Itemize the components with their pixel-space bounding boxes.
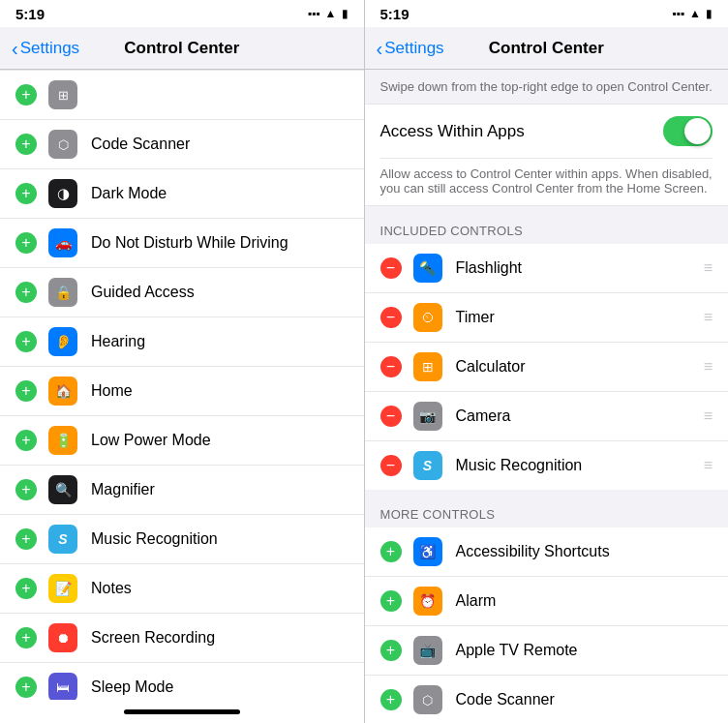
drag-handle-camera[interactable]: ≡ [704, 407, 713, 425]
add-button[interactable]: + [15, 578, 37, 599]
add-button[interactable]: + [15, 677, 37, 698]
item-icon: 🔍 [48, 475, 77, 504]
list-item[interactable]: + 🔍 Magnifier [0, 466, 364, 515]
drag-handle-timer[interactable]: ≡ [704, 309, 713, 326]
item-label: Low Power Mode [91, 432, 349, 449]
add-button[interactable]: + [15, 84, 37, 105]
remove-button-timer[interactable]: − [380, 307, 402, 328]
right-back-label: Settings [384, 39, 443, 58]
more-item-apple-tv[interactable]: + 📺 Apple TV Remote [365, 626, 729, 676]
right-scroll[interactable]: INCLUDED CONTROLS − 🔦 Flashlight ≡ − ⏲ T… [365, 206, 729, 723]
add-button[interactable]: + [15, 331, 37, 352]
item-icon: ◑ [48, 179, 77, 208]
more-item-code-scanner[interactable]: + ⬡ Code Scanner [365, 676, 729, 723]
right-signal-icon: ▪▪▪ [672, 7, 684, 20]
add-button[interactable]: + [15, 380, 37, 402]
included-controls-header: INCLUDED CONTROLS [365, 206, 729, 244]
alarm-icon: ⏰ [413, 587, 442, 616]
calculator-icon: ⊞ [413, 352, 442, 381]
flashlight-icon: 🔦 [413, 254, 442, 283]
remove-button-calculator[interactable]: − [380, 356, 402, 377]
add-button[interactable]: + [15, 627, 37, 648]
signal-icon: ▪▪▪ [308, 7, 320, 20]
right-back-chevron-icon: ‹ [377, 39, 383, 58]
add-button[interactable]: + [15, 479, 37, 500]
remove-button-camera[interactable]: − [380, 406, 402, 427]
add-button-alarm[interactable]: + [380, 590, 402, 612]
item-label: Sleep Mode [91, 678, 349, 696]
add-button-accessibility[interactable]: + [380, 541, 402, 562]
list-item[interactable]: + 🚗 Do Not Disturb While Driving [0, 219, 364, 268]
list-item[interactable]: + ⬡ Code Scanner [0, 120, 364, 169]
included-item-music-recognition[interactable]: − S Music Recognition ≡ [365, 441, 729, 490]
left-back-button[interactable]: ‹ Settings [12, 39, 79, 58]
list-item[interactable]: + 🔒 Guided Access [0, 268, 364, 317]
item-label: Music Recognition [91, 530, 349, 548]
music-recognition-icon: S [413, 451, 442, 480]
list-item[interactable]: + 🏠 Home [0, 367, 364, 416]
battery-icon: ▮ [342, 7, 349, 20]
more-controls-list: + ♿ Accessibility Shortcuts + ⏰ Alarm + … [365, 527, 729, 723]
included-item-timer[interactable]: − ⏲ Timer ≡ [365, 293, 729, 343]
accessibility-icon: ♿ [413, 537, 442, 566]
add-button[interactable]: + [15, 430, 37, 451]
list-item[interactable]: + S Music Recognition [0, 515, 364, 564]
item-icon: ⬡ [48, 130, 77, 159]
list-item[interactable]: + 🛏 Sleep Mode [0, 663, 364, 700]
left-list[interactable]: + ⊞ + ⬡ Code Scanner + ◑ Dark Mode + 🚗 D… [0, 70, 364, 700]
item-icon: 🔋 [48, 426, 77, 455]
included-item-camera[interactable]: − 📷 Camera ≡ [365, 392, 729, 441]
info-banner: Swipe down from the top-right edge to op… [365, 70, 729, 105]
more-item-accessibility[interactable]: + ♿ Accessibility Shortcuts [365, 527, 729, 577]
music-recognition-label: Music Recognition [456, 457, 704, 474]
item-label: Code Scanner [91, 136, 349, 153]
drag-handle-calculator[interactable]: ≡ [704, 358, 713, 376]
timer-label: Timer [456, 309, 704, 326]
add-button[interactable]: + [15, 282, 37, 303]
add-button[interactable]: + [15, 232, 37, 254]
item-icon: 👂 [48, 327, 77, 356]
included-item-flashlight[interactable]: − 🔦 Flashlight ≡ [365, 244, 729, 293]
left-back-label: Settings [20, 39, 79, 58]
right-nav-title: Control Center [489, 39, 604, 58]
add-button-code-scanner[interactable]: + [380, 689, 402, 710]
left-home-indicator [0, 700, 364, 723]
item-label: Guided Access [91, 284, 349, 301]
item-label: Magnifier [91, 481, 349, 498]
list-item[interactable]: + 👂 Hearing [0, 317, 364, 367]
add-button[interactable]: + [15, 134, 37, 155]
apple-tv-icon: 📺 [413, 636, 442, 665]
add-button[interactable]: + [15, 183, 37, 204]
drag-handle-flashlight[interactable]: ≡ [704, 259, 713, 277]
right-status-time: 5:19 [380, 6, 410, 22]
included-item-calculator[interactable]: − ⊞ Calculator ≡ [365, 343, 729, 392]
drag-handle-music[interactable]: ≡ [704, 457, 713, 474]
access-within-apps-note: Allow access to Control Center within ap… [380, 159, 713, 205]
left-nav-title: Control Center [124, 39, 239, 58]
remove-button-flashlight[interactable]: − [380, 257, 402, 279]
list-item[interactable]: + 🔋 Low Power Mode [0, 416, 364, 466]
code-scanner-icon: ⬡ [413, 685, 442, 714]
more-item-alarm[interactable]: + ⏰ Alarm [365, 577, 729, 626]
left-home-bar [124, 709, 240, 714]
left-status-icons: ▪▪▪ ▲ ▮ [308, 7, 349, 20]
add-button-apple-tv[interactable]: + [380, 640, 402, 661]
item-icon: 🛏 [48, 673, 77, 700]
flashlight-label: Flashlight [456, 259, 704, 277]
item-label: Hearing [91, 333, 349, 350]
list-item[interactable]: + 📝 Notes [0, 564, 364, 614]
right-back-button[interactable]: ‹ Settings [377, 39, 444, 58]
camera-icon: 📷 [413, 402, 442, 431]
list-item[interactable]: + ◑ Dark Mode [0, 169, 364, 219]
access-within-apps-toggle[interactable] [663, 116, 713, 146]
add-button[interactable]: + [15, 528, 37, 550]
item-label: Do Not Disturb While Driving [91, 234, 349, 252]
left-nav-bar: ‹ Settings Control Center [0, 27, 364, 70]
remove-button-music-recognition[interactable]: − [380, 455, 402, 476]
right-panel: 5:19 ▪▪▪ ▲ ▮ ‹ Settings Control Center S… [365, 0, 729, 723]
list-item[interactable]: + ⏺ Screen Recording [0, 614, 364, 663]
camera-label: Camera [456, 407, 704, 425]
right-wifi-icon: ▲ [689, 7, 701, 20]
item-label: Home [91, 382, 349, 400]
list-item[interactable]: + ⊞ [0, 70, 364, 120]
